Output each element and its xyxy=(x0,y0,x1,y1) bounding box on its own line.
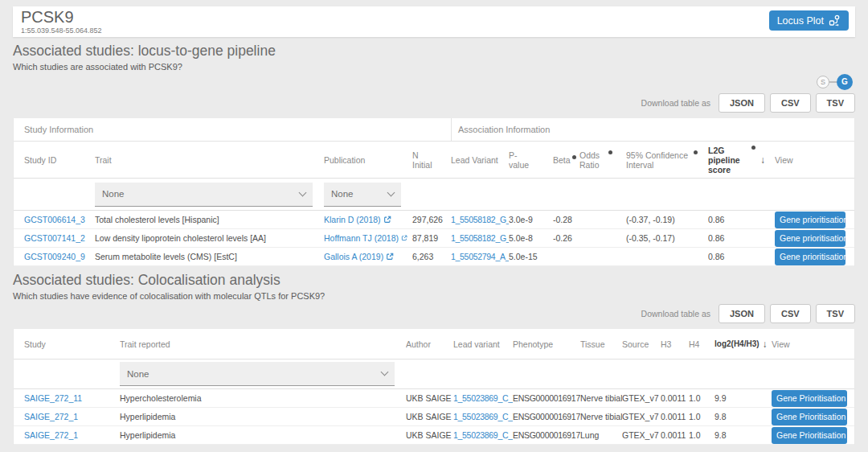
tissue-cell: Nerve tibial xyxy=(580,393,622,403)
col-trait: Trait xyxy=(95,155,324,165)
study-link[interactable]: SAIGE_272_1 xyxy=(14,412,120,421)
group-header-association-information: Association Information xyxy=(451,118,854,141)
n-initial-cell: 297,626 xyxy=(412,215,451,224)
publication-link[interactable]: Hoffmann TJ (2018) xyxy=(324,233,412,243)
info-icon[interactable] xyxy=(608,150,612,154)
l2g-table: Study Information Association Informatio… xyxy=(13,118,855,266)
lead-variant-link[interactable]: 1_55023869_C_T xyxy=(453,393,513,403)
l2g-filter-row: None None xyxy=(14,179,854,211)
table-row: SAIGE_272_1 Hyperlipidemia UKB SAIGE 1_5… xyxy=(14,426,854,445)
l2g-score-cell: 0.86 xyxy=(708,233,760,243)
author-cell: UKB SAIGE xyxy=(406,430,453,440)
trait-cell: Serum metabolite levels (CMS) [EstC] xyxy=(95,252,324,261)
lead-variant-link[interactable]: 1_55023869_C_T xyxy=(453,412,513,421)
download-table-label: Download table as xyxy=(641,98,710,108)
p-value-cell: 5.0e-15 xyxy=(509,252,553,261)
external-link-icon xyxy=(383,216,391,224)
source-cell: GTEX_v7 xyxy=(622,393,661,403)
publication-link[interactable]: Gallois A (2019) xyxy=(324,252,412,261)
external-link-icon xyxy=(401,234,407,242)
trait-reported-cell: Hypercholesterolemia xyxy=(120,393,406,403)
sort-desc-icon[interactable]: ↓ xyxy=(763,339,768,349)
toggle-gene-button[interactable]: G xyxy=(837,74,853,90)
study-link[interactable]: SAIGE_272_1 xyxy=(14,430,120,440)
publication-filter-select[interactable]: None xyxy=(324,183,401,207)
col-author: Author xyxy=(406,339,453,349)
publication-filter-value: None xyxy=(331,189,354,199)
download-json-button[interactable]: JSON xyxy=(719,93,765,113)
l2g-column-header-row: Study ID Trait Publication N Initial Lea… xyxy=(14,142,854,179)
col-lead-variant: Lead Variant xyxy=(451,155,509,165)
gene-prioritisation-button[interactable]: Gene Prioritisation xyxy=(772,409,847,425)
gene-location: 1:55.039.548-55.064.852 xyxy=(21,27,847,35)
locus-plot-button[interactable]: Locus Plot xyxy=(769,10,849,31)
h3-cell: 0.0011 xyxy=(661,412,689,421)
download-table-label: Download table as xyxy=(641,309,710,318)
source-cell: GTEX_v7 xyxy=(622,430,661,440)
info-icon[interactable] xyxy=(572,155,576,159)
col-n-initial-label: N Initial xyxy=(412,150,436,170)
col-l2g-score: L2G pipeline score xyxy=(708,146,760,175)
col-view: View xyxy=(772,339,854,349)
col-trait-reported: Trait reported xyxy=(120,339,406,349)
download-json-button[interactable]: JSON xyxy=(719,304,765,323)
locus-plot-label: Locus Plot xyxy=(777,15,824,27)
trait-reported-filter-select[interactable]: None xyxy=(120,362,395,386)
h4-cell: 1.0 xyxy=(689,412,714,421)
lead-variant-link[interactable]: 1_55052794_A_G xyxy=(451,252,509,261)
coloc-download-row: Download table as JSON CSV TSV xyxy=(13,304,855,323)
info-icon[interactable] xyxy=(751,146,755,150)
page: PCSK9 1:55.039.548-55.064.852 Locus Plot… xyxy=(0,0,868,445)
l2g-score-cell: 0.86 xyxy=(708,215,760,224)
study-id-link[interactable]: GCST006614_3 xyxy=(14,215,95,224)
lead-variant-link[interactable]: 1_55058182_G_A xyxy=(451,215,509,224)
coloc-column-header-row: Study Trait reported Author Lead variant… xyxy=(14,329,854,360)
lead-variant-link[interactable]: 1_55058182_G_A xyxy=(451,233,509,243)
col-log2-label: log2(H4/H3) xyxy=(714,339,760,349)
gene-prioritisation-button[interactable]: Gene prioritisation xyxy=(775,249,845,265)
coloc-section-title: Associated studies: Colocalisation analy… xyxy=(13,272,855,289)
lead-variant-link[interactable]: 1_55023869_C_T xyxy=(453,430,513,440)
phenotype-cell: ENSG00000169174 xyxy=(513,430,580,440)
toggle-study-button[interactable]: S xyxy=(817,76,829,88)
gene-prioritisation-button[interactable]: Gene prioritisation xyxy=(775,212,845,228)
download-csv-button[interactable]: CSV xyxy=(770,304,811,323)
col-p-value: P-value xyxy=(509,150,553,170)
sort-desc-icon[interactable]: ↓ xyxy=(760,155,775,165)
col-study: Study xyxy=(14,339,120,349)
l2g-section-subtitle: Which studies are associated with PCSK9? xyxy=(13,62,855,72)
gene-prioritisation-button[interactable]: Gene prioritisation xyxy=(775,230,845,247)
col-odds-ratio-label: Odds Ratio xyxy=(579,150,607,170)
chevron-down-icon xyxy=(381,368,389,376)
publication-text: Hoffmann TJ (2018) xyxy=(324,233,399,243)
study-link[interactable]: SAIGE_272_11 xyxy=(14,393,120,403)
trait-reported-cell: Hyperlipidemia xyxy=(120,412,406,421)
coloc-filter-row: None xyxy=(14,360,854,389)
tissue-cell: Lung xyxy=(580,430,622,440)
study-id-link[interactable]: GCST007141_2 xyxy=(14,233,95,243)
col-confidence-interval-label: 95% Confidence Interval xyxy=(626,150,692,170)
h4-cell: 1.0 xyxy=(689,430,714,440)
info-icon[interactable] xyxy=(694,150,698,154)
study-id-link[interactable]: GCST009240_9 xyxy=(14,252,95,261)
trait-cell: Low density lipoprotein cholesterol leve… xyxy=(95,233,324,243)
gene-prioritisation-button[interactable]: Gene Prioritisation xyxy=(772,427,847,444)
beta-cell: -0.26 xyxy=(553,233,579,243)
gene-prioritisation-button[interactable]: Gene Prioritisation xyxy=(772,390,847,407)
trait-filter-select[interactable]: None xyxy=(95,183,313,207)
p-value-cell: 3.0e-9 xyxy=(509,215,553,224)
col-odds-ratio: Odds Ratio xyxy=(579,150,626,170)
col-beta-label: Beta xyxy=(553,155,571,165)
download-tsv-button[interactable]: TSV xyxy=(816,93,855,113)
gene-header-card: PCSK9 1:55.039.548-55.064.852 Locus Plot xyxy=(13,6,855,37)
download-csv-button[interactable]: CSV xyxy=(770,93,811,113)
table-row: SAIGE_272_11 Hypercholesterolemia UKB SA… xyxy=(14,389,854,408)
log2-cell: 9.9 xyxy=(714,393,772,403)
col-phenotype: Phenotype xyxy=(513,339,580,349)
download-tsv-button[interactable]: TSV xyxy=(816,304,855,323)
l2g-download-row: Download table as JSON CSV TSV xyxy=(13,93,855,113)
col-lead-variant: Lead variant xyxy=(453,339,513,349)
col-beta: Beta xyxy=(553,155,579,165)
publication-link[interactable]: Klarin D (2018) xyxy=(324,215,412,224)
study-gene-toggle: S G xyxy=(13,73,855,90)
